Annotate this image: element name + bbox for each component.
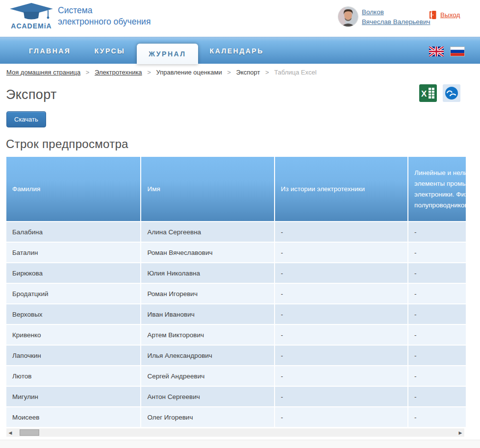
cell-firstname: Юлия Николавна xyxy=(141,263,274,283)
cell-lastname: Моисеев xyxy=(6,407,141,427)
cell-grade2: - xyxy=(408,283,466,304)
cell-lastname: Лапочкин xyxy=(6,345,141,366)
cell-firstname: Антон Сергеевич xyxy=(141,386,274,407)
table-row: Мигулин Антон Сергеевич - - xyxy=(6,386,466,407)
scroll-left-arrow-icon[interactable]: ◀ xyxy=(6,428,14,437)
excel-icon[interactable]: X xyxy=(419,84,437,102)
preview-section-title: Строк предпросмотра xyxy=(6,137,128,151)
table-row: Лапочкин Илья Александрович - - xyxy=(6,345,466,366)
cell-grade2: - xyxy=(408,386,466,407)
logo[interactable]: ACADEMiA xyxy=(7,2,56,30)
cell-lastname: Кривенко xyxy=(6,324,141,345)
cell-grade1: - xyxy=(275,222,408,242)
uk-flag-icon[interactable] xyxy=(429,47,444,56)
ru-flag-icon[interactable] xyxy=(450,47,465,56)
breadcrumb-separator: > xyxy=(227,69,231,76)
exit-door-icon xyxy=(429,10,437,20)
column-header-lastname: Фамилия xyxy=(6,157,141,222)
cell-firstname: Артем Викторович xyxy=(141,324,274,345)
cell-grade1: - xyxy=(275,242,408,263)
cell-firstname: Илья Александрович xyxy=(141,345,274,366)
page-title: Экспорт xyxy=(6,87,57,102)
export-format-icons: X xyxy=(419,84,460,102)
table-row: Бирюкова Юлия Николавна - - xyxy=(6,263,466,283)
footer-strip xyxy=(0,440,480,448)
column-header-linear-elements: Линейные и нелинейные элементы промышлен… xyxy=(408,157,466,222)
cell-lastname: Верховых xyxy=(6,304,141,324)
breadcrumb-grades: Управление оценками xyxy=(156,69,222,76)
logout-link[interactable]: Выход xyxy=(440,11,460,19)
graduation-cap-icon xyxy=(9,2,54,21)
cell-grade2: - xyxy=(408,304,466,324)
horizontal-scrollbar[interactable]: ◀ ▶ xyxy=(6,428,464,437)
table-header-row: Фамилия Имя Из истории электротехники Ли… xyxy=(6,157,466,222)
system-title: Система электронного обучения xyxy=(58,5,151,27)
cell-grade2: - xyxy=(408,345,466,366)
nav-tabs: ГЛАВНАЯ КУРСЫ ЖУРНАЛ КАЛЕНДАРЬ xyxy=(17,37,276,64)
openoffice-icon[interactable] xyxy=(443,84,460,102)
cell-grade2: - xyxy=(408,242,466,263)
cell-firstname: Алина Сергеевна xyxy=(141,222,274,242)
breadcrumb-separator: > xyxy=(86,69,90,76)
system-title-line1: Система xyxy=(58,5,151,16)
cell-grade1: - xyxy=(275,263,408,283)
avatar-photo xyxy=(338,7,358,26)
breadcrumb-export: Экспорт xyxy=(236,69,260,76)
table-row: Лютов Сергей Андреевич - - xyxy=(6,366,466,386)
nav-item-courses[interactable]: КУРСЫ xyxy=(82,47,137,55)
main-navbar: ГЛАВНАЯ КУРСЫ ЖУРНАЛ КАЛЕНДАРЬ xyxy=(0,37,480,64)
breadcrumb-separator: > xyxy=(147,69,151,76)
cell-firstname: Сергей Андреевич xyxy=(141,366,274,386)
column-header-firstname: Имя xyxy=(141,157,274,222)
user-lastname-link[interactable]: Волков xyxy=(362,7,430,17)
cell-grade1: - xyxy=(275,407,408,427)
cell-grade2: - xyxy=(408,324,466,345)
cell-grade1: - xyxy=(275,304,408,324)
cell-grade2: - xyxy=(408,263,466,283)
breadcrumb-separator: > xyxy=(265,69,269,76)
cell-lastname: Баталин xyxy=(6,242,141,263)
lms-page: ACADEMiA Система электронного обучения В… xyxy=(0,0,480,448)
cell-firstname: Роман Вячеславович xyxy=(141,242,274,263)
table-row: Бродатцкий Роман Игоревич - - xyxy=(6,283,466,304)
nav-item-journal-active[interactable]: ЖУРНАЛ xyxy=(137,44,198,64)
breadcrumb-course[interactable]: Электротехника xyxy=(95,69,142,76)
table-row: Верховых Иван Иванович - - xyxy=(6,304,466,324)
breadcrumb-home[interactable]: Моя домашняя страница xyxy=(6,69,80,76)
cell-grade1: - xyxy=(275,345,408,366)
cell-grade2: - xyxy=(408,366,466,386)
svg-text:X: X xyxy=(421,89,427,99)
cell-grade1: - xyxy=(275,386,408,407)
scroll-right-arrow-icon[interactable]: ▶ xyxy=(456,428,464,437)
table-row: Моисеев Олег Игоревич - - xyxy=(6,407,466,427)
user-firstname-link[interactable]: Вячеслав Валерьевич xyxy=(362,17,430,27)
cell-grade1: - xyxy=(275,366,408,386)
user-name: Волков Вячеслав Валерьевич xyxy=(362,7,430,27)
table-row: Баталин Роман Вячеславович - - xyxy=(6,242,466,263)
cell-grade2: - xyxy=(408,222,466,242)
table-row: Балабина Алина Сергеевна - - xyxy=(6,222,466,242)
cell-lastname: Бирюкова xyxy=(6,263,141,283)
scrollbar-thumb[interactable] xyxy=(20,429,39,436)
breadcrumb: Моя домашняя страница > Электротехника >… xyxy=(6,69,317,76)
cell-grade1: - xyxy=(275,324,408,345)
cell-grade1: - xyxy=(275,283,408,304)
top-header: ACADEMiA Система электронного обучения В… xyxy=(0,0,480,37)
grades-preview-table: Фамилия Имя Из истории электротехники Ли… xyxy=(6,157,466,427)
language-switch xyxy=(429,47,465,56)
cell-firstname: Олег Игоревич xyxy=(141,407,274,427)
cell-grade2: - xyxy=(408,407,466,427)
download-button[interactable]: Скачать xyxy=(6,111,46,127)
column-header-history: Из истории электротехники xyxy=(275,157,408,222)
preview-table-container: Фамилия Имя Из истории электротехники Ли… xyxy=(6,157,466,427)
logout: Выход xyxy=(429,10,460,20)
system-title-line2: электронного обучения xyxy=(58,16,151,27)
cell-firstname: Иван Иванович xyxy=(141,304,274,324)
cell-firstname: Роман Игоревич xyxy=(141,283,274,304)
nav-item-calendar[interactable]: КАЛЕНДАРЬ xyxy=(198,47,276,55)
cell-lastname: Балабина xyxy=(6,222,141,242)
cell-lastname: Лютов xyxy=(6,366,141,386)
nav-item-home[interactable]: ГЛАВНАЯ xyxy=(17,47,82,55)
user-avatar[interactable] xyxy=(338,7,358,26)
table-row: Кривенко Артем Викторович - - xyxy=(6,324,466,345)
